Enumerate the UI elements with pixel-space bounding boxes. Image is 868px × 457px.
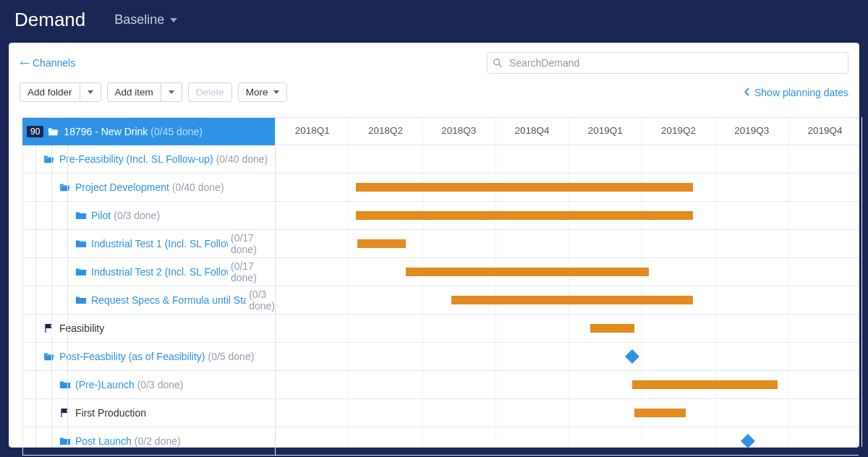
tree-row[interactable]: Post-Feasbility (as of Feasibility)(0/5 … [22, 343, 276, 371]
milestone-diamond[interactable] [741, 434, 755, 448]
gantt-row [276, 174, 859, 202]
tree-row[interactable]: Project Development(0/40 done) [22, 174, 276, 202]
done-count: (0/17 done) [231, 232, 275, 255]
toolbar: Add folder Add item Delete More Show pla… [9, 82, 859, 111]
arrow-left-icon: 🡐 [20, 57, 30, 69]
folder-icon [59, 436, 71, 446]
gantt-bar[interactable] [634, 409, 686, 417]
folder-icon [48, 127, 59, 137]
caret-down-icon [170, 18, 177, 22]
row-label: Post Launch [75, 435, 132, 447]
milestone-diamond[interactable] [625, 349, 639, 364]
done-count: (0/40 done) [216, 153, 268, 165]
add-folder-caret[interactable] [80, 82, 101, 102]
folder-icon [43, 351, 55, 362]
done-count: (0/3 done) [137, 379, 184, 390]
quarter-label: 2019Q2 [661, 125, 696, 136]
status-num: 90 [27, 126, 43, 137]
tree-row[interactable]: Request Specs & Formula until Status 200… [22, 286, 276, 315]
delete-button[interactable]: Delete [188, 82, 232, 102]
baseline-dropdown[interactable]: Baseline [114, 12, 177, 27]
back-link-label: Channels [33, 57, 75, 69]
caret-down-icon [273, 90, 279, 94]
tree-row[interactable]: Feasibility [22, 315, 276, 343]
indent-line [51, 145, 52, 447]
done-count: (0/17 done) [231, 260, 275, 283]
gantt-row [276, 202, 859, 230]
quarter-label: 2018Q3 [441, 125, 476, 136]
row-label: Pre-Feasibility (Incl. SL Follow-up) [59, 153, 213, 165]
folder-icon [75, 295, 87, 305]
tree-row[interactable]: (Pre-)Launch(0/3 done) [22, 371, 276, 399]
add-item-button[interactable]: Add item [107, 82, 161, 102]
gantt-row [276, 145, 859, 174]
gantt-bar[interactable] [357, 239, 406, 248]
gantt-bar[interactable] [356, 211, 693, 220]
gantt-bar[interactable] [356, 183, 693, 192]
row-label: 18796 - New Drink [64, 126, 148, 137]
add-folder-button[interactable]: Add folder [20, 82, 80, 102]
gantt-bar[interactable] [406, 268, 649, 276]
search-input[interactable] [487, 52, 848, 74]
panel-top: 🡐 Channels [9, 43, 859, 82]
folder-icon [75, 267, 87, 277]
quarter-label: 2019Q1 [588, 125, 623, 136]
baseline-label: Baseline [114, 12, 164, 27]
back-link-channels[interactable]: 🡐 Channels [20, 57, 75, 69]
quarter-label: 2019Q3 [734, 125, 769, 136]
search-wrap [487, 52, 848, 74]
main-panel: 🡐 Channels Add folder Add item Delete Mo… [9, 43, 859, 448]
chevron-left-icon [744, 87, 750, 98]
gantt-header: 2018Q12018Q22018Q32018Q42019Q12019Q22019… [276, 117, 859, 145]
tree-row[interactable]: First Production [22, 399, 276, 427]
indent-line [67, 145, 68, 447]
gantt-row [276, 371, 859, 399]
row-label: Pilot [91, 210, 111, 221]
tree-row[interactable]: Industrial Test 2 (Incl. SL Follow-up)(0… [22, 258, 276, 286]
done-count: (0/45 done) [150, 126, 203, 137]
row-label: First Production [75, 407, 146, 419]
done-count: (0/2 done) [135, 435, 181, 447]
caret-down-icon [169, 90, 174, 94]
grid-line [861, 117, 862, 447]
indent-line [35, 145, 36, 447]
task-tree: 9018796 - New Drink(0/45 done)Pre-Feasib… [22, 117, 276, 447]
add-item-caret[interactable] [161, 82, 182, 102]
tree-row[interactable]: Pilot(0/3 done) [22, 202, 276, 230]
quarter-label: 2018Q4 [514, 125, 549, 136]
show-planning-dates-link[interactable]: Show planning dates [744, 87, 848, 98]
quarter-label: 2019Q4 [807, 125, 842, 136]
tree-row[interactable]: Post Launch(0/2 done) [22, 427, 276, 456]
row-label: Request Specs & Formula until Status 200… [91, 294, 246, 306]
tree-row[interactable]: Pre-Feasibility (Incl. SL Follow-up)(0/4… [22, 145, 276, 174]
search-icon [493, 58, 503, 68]
folder-icon [43, 154, 55, 164]
more-button[interactable]: More [238, 82, 287, 102]
gantt-row [276, 258, 859, 286]
flag-icon [43, 323, 55, 333]
page-title: Demand [14, 9, 85, 31]
done-count: (0/40 done) [172, 181, 224, 193]
gantt-chart: 2018Q12018Q22018Q32018Q42019Q12019Q22019… [276, 117, 859, 447]
folder-icon [59, 380, 71, 390]
svg-point-0 [494, 59, 500, 65]
quarter-label: 2018Q1 [295, 125, 330, 136]
svg-line-1 [499, 64, 502, 67]
row-label: Industrial Test 2 (Incl. SL Follow-up) [91, 266, 228, 278]
row-label: Post-Feasbility (as of Feasibility) [59, 351, 205, 362]
gantt-row [276, 399, 859, 427]
app-header: Demand Baseline [0, 0, 868, 43]
gantt-bar[interactable] [632, 380, 777, 389]
gantt-bar[interactable] [590, 324, 634, 333]
tree-row[interactable]: 9018796 - New Drink(0/45 done) [22, 117, 276, 145]
flag-icon [59, 408, 71, 418]
gantt-bar[interactable] [451, 296, 693, 304]
gantt-row [276, 286, 859, 315]
gantt-row [276, 315, 859, 343]
tree-row[interactable]: Industrial Test 1 (Incl. SL Follow-up)(0… [22, 230, 276, 258]
done-count: (0/3 done) [249, 289, 275, 312]
folder-icon [59, 182, 71, 192]
row-label: Feasibility [59, 323, 104, 334]
row-label: Industrial Test 1 (Incl. SL Follow-up) [91, 238, 228, 249]
gantt-row [276, 230, 859, 258]
